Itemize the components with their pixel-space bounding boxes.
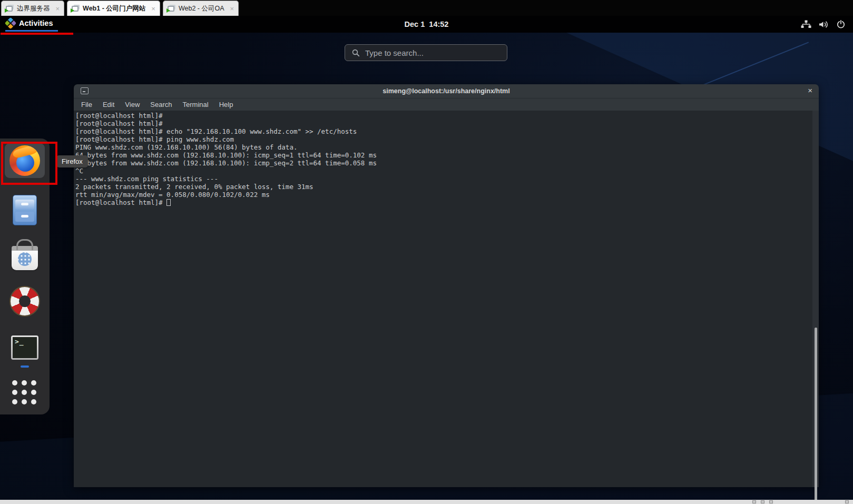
terminal-line: [root@localhost html]# — [75, 199, 811, 206]
terminal-line: [root@localhost html]# ping www.shdz.com — [75, 135, 811, 143]
dock-item-files[interactable] — [8, 193, 42, 227]
screen: 边界服务器×Web1 - 公司门户网站×Web2 - 公司OA× Activit… — [0, 0, 853, 504]
firefox-tooltip: Firefox — [56, 155, 88, 167]
network-wired-icon[interactable] — [801, 20, 811, 28]
tab-close-icon[interactable]: × — [151, 5, 155, 12]
host-status-icon — [769, 500, 773, 503]
vm-tab[interactable]: 边界服务器× — [1, 1, 64, 16]
power-icon[interactable] — [836, 19, 846, 29]
host-status-icon — [761, 500, 764, 503]
software-icon — [12, 246, 38, 270]
terminal-running-indicator — [21, 365, 29, 368]
host-status-icon — [752, 500, 756, 503]
terminal-line: [root@localhost html]# — [75, 112, 811, 120]
menu-item-search[interactable]: Search — [145, 101, 177, 108]
vm-tab-label: 边界服务器 — [17, 4, 50, 13]
dot — [31, 380, 36, 386]
vm-console-icon — [72, 6, 79, 12]
search-icon — [352, 49, 360, 57]
tab-close-icon[interactable]: × — [230, 5, 234, 12]
dot — [12, 399, 17, 404]
dock-item-software[interactable] — [8, 238, 42, 272]
activities-active-underline — [5, 30, 58, 32]
terminal-window: simeng@localhost:/usr/share/nginx/html ×… — [74, 84, 819, 487]
menu-item-terminal[interactable]: Terminal — [178, 101, 214, 108]
search-input[interactable]: Type to search... — [345, 44, 507, 61]
search-placeholder: Type to search... — [365, 48, 424, 57]
terminal-line: rtt min/avg/max/mdev = 0.058/0.080/0.102… — [75, 191, 811, 199]
terminal-icon: >_ — [11, 335, 38, 360]
dot — [22, 399, 27, 404]
vm-tab-label: Web2 - 公司OA — [179, 4, 224, 13]
terminal-line: PING www.shdz.com (192.168.10.100) 56(84… — [75, 143, 811, 151]
vm-tab[interactable]: Web2 - 公司OA× — [163, 1, 239, 16]
terminal-menubar: FileEditViewSearchTerminalHelp — [74, 98, 819, 111]
dock-item-help[interactable] — [8, 284, 42, 318]
close-icon[interactable]: × — [808, 86, 812, 95]
vm-console-icon — [168, 6, 174, 12]
host-status-bar — [0, 500, 853, 504]
terminal-line: 64 bytes from www.shdz.com (192.168.10.1… — [75, 151, 811, 159]
dot — [12, 390, 17, 395]
terminal-window-title: simeng@localhost:/usr/share/nginx/html — [383, 87, 509, 95]
terminal-scrollbar-track[interactable] — [812, 111, 819, 487]
menu-item-edit[interactable]: Edit — [97, 101, 120, 108]
terminal-output[interactable]: [root@localhost html]# [root@localhost h… — [74, 111, 819, 487]
tab-close-icon[interactable]: × — [56, 5, 60, 12]
terminal-line: [root@localhost html]# echo "192.168.10.… — [75, 127, 811, 135]
volume-icon[interactable] — [818, 20, 829, 29]
dock-item-terminal[interactable]: >_ — [8, 331, 42, 364]
menu-item-file[interactable]: File — [76, 101, 97, 108]
dot — [22, 380, 27, 386]
dot — [12, 380, 17, 386]
dot — [31, 390, 36, 395]
terminal-line: --- www.shdz.com ping statistics --- — [75, 175, 811, 183]
terminal-scrollbar-thumb[interactable] — [815, 328, 817, 504]
host-status-icon — [845, 500, 849, 503]
vm-tab-strip: 边界服务器×Web1 - 公司门户网站×Web2 - 公司OA× — [0, 0, 853, 16]
clock[interactable]: Dec 1 14:52 — [0, 20, 853, 28]
menu-item-help[interactable]: Help — [214, 101, 239, 108]
show-applications-button[interactable] — [12, 380, 36, 404]
terminal-titlebar[interactable]: simeng@localhost:/usr/share/nginx/html × — [74, 84, 819, 98]
system-tray[interactable] — [801, 19, 846, 29]
annotation-rect-firefox — [1, 142, 57, 185]
menu-item-view[interactable]: View — [120, 101, 145, 108]
terminal-line: [root@localhost html]# — [75, 120, 811, 127]
vm-tab[interactable]: Web1 - 公司门户网站× — [67, 1, 160, 16]
software-badge — [18, 252, 32, 266]
files-icon — [13, 195, 37, 225]
terminal-line: 2 packets transmitted, 2 received, 0% pa… — [75, 183, 811, 191]
vm-console-icon — [6, 6, 13, 12]
terminal-line: ^C — [75, 167, 811, 175]
terminal-cursor — [166, 199, 171, 206]
dot — [22, 390, 27, 395]
dot — [31, 399, 36, 404]
vm-tab-label: Web1 - 公司门户网站 — [83, 4, 145, 13]
terminal-window-icon — [81, 87, 89, 94]
gnome-top-bar: Activities Dec 1 14:52 — [0, 16, 853, 33]
terminal-line: 64 bytes from www.shdz.com (192.168.10.1… — [75, 159, 811, 167]
help-lifebuoy-icon — [6, 283, 43, 320]
